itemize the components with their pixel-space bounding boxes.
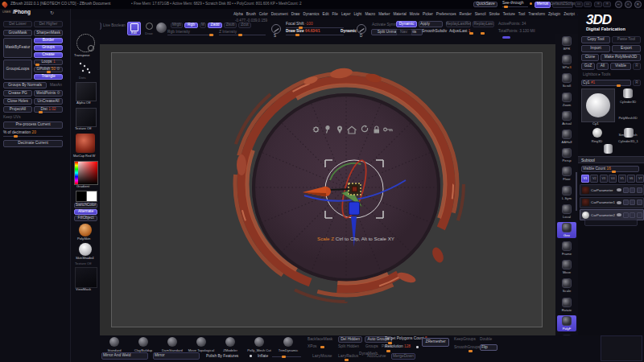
fill-object-button[interactable]: FillObject: [74, 216, 97, 221]
split-hidden-label[interactable]: Split Hidden: [338, 345, 359, 349]
menu-item[interactable]: Render: [460, 12, 472, 16]
viewmask-thumbnail[interactable]: [75, 267, 97, 288]
menu-item[interactable]: Alpha: [233, 12, 243, 16]
visibility-toggle[interactable]: V4: [609, 175, 617, 183]
eye-icon[interactable]: [617, 201, 621, 204]
del-lower-button[interactable]: Del Lower: [3, 21, 32, 27]
subtool-header[interactable]: Subtool: [578, 156, 644, 163]
visibility-toggle[interactable]: V2: [590, 175, 598, 183]
restore-button[interactable]: ▫: [625, 1, 632, 8]
right-shelf-item[interactable]: AAHalf: [557, 129, 576, 145]
more-icon[interactable]: [637, 212, 642, 218]
make-polymesh-button[interactable]: Make PolyMesh3D: [601, 54, 641, 61]
menu-item[interactable]: Tool: [518, 12, 525, 16]
mask-by-feature-button[interactable]: MaskByFeatur: [3, 38, 32, 58]
menu-item[interactable]: Brush: [246, 12, 256, 16]
m-button[interactable]: M: [200, 23, 206, 28]
smooth-groups-label[interactable]: SmoothGroups: [454, 346, 480, 350]
color-picker[interactable]: [74, 161, 98, 185]
replay-last-rel-button[interactable]: ReplayLastRel: [446, 21, 471, 27]
menu-item[interactable]: File: [332, 12, 338, 16]
inflate-slider[interactable]: [272, 356, 301, 357]
smooth-groups-handle[interactable]: [469, 350, 473, 352]
polyskin-material-icon[interactable]: [79, 224, 92, 237]
xpos-handle[interactable]: [320, 346, 324, 348]
decimate-current-button[interactable]: Decimate Current: [3, 140, 63, 147]
dist-handle[interactable]: [39, 111, 43, 113]
hand-cursor-icon[interactable]: ✳: [594, 2, 602, 7]
decimation-label[interactable]: % of decimation 20: [3, 131, 36, 135]
canvas[interactable]: Scale Z Ctrl to Clip, Alt to Scale XY: [100, 44, 555, 335]
import-button[interactable]: Import: [581, 45, 610, 52]
menu-item[interactable]: Stroke: [489, 12, 499, 16]
menu-item[interactable]: Macro: [365, 12, 375, 16]
groups-label[interactable]: Groups: [365, 345, 378, 349]
visibility-toggle[interactable]: V5: [618, 175, 626, 183]
rgb-intensity-handle[interactable]: [209, 34, 213, 36]
visibility-toggle[interactable]: V7: [636, 175, 644, 183]
menu-item[interactable]: Preferences: [436, 12, 456, 16]
shelf-scrollbar[interactable]: [576, 172, 577, 211]
merge-down-button[interactable]: MergeDown: [391, 353, 415, 360]
del-higher-button[interactable]: Del Higher: [34, 21, 63, 27]
edit-button[interactable]: Edit: [127, 22, 141, 35]
right-shelf-item[interactable]: Frame: [557, 241, 576, 257]
draw-size-handle[interactable]: [295, 34, 299, 36]
right-shelf-item[interactable]: Scroll: [557, 72, 576, 88]
mrgb-button[interactable]: Mrgb: [171, 23, 183, 28]
uncrease-all-button[interactable]: UnCreaseAll: [34, 98, 63, 105]
lazyradius-label[interactable]: LazyRadius: [338, 355, 358, 359]
tool-item[interactable]: Ring3D: [584, 128, 610, 143]
texture-thumbnail[interactable]: [76, 108, 97, 127]
border-button[interactable]: Border: [34, 38, 63, 43]
menu-item[interactable]: Transform: [528, 12, 545, 16]
goz-button[interactable]: GoZ: [581, 63, 595, 70]
tool-thumbnail[interactable]: [604, 144, 613, 154]
eye-icon[interactable]: [617, 188, 621, 191]
visible-button[interactable]: Visible: [610, 63, 631, 70]
dynamic-button[interactable]: Dynamic: [396, 21, 417, 27]
right-shelf-item[interactable]: Local: [557, 204, 576, 220]
draw-mode-button[interactable]: Draw: [142, 22, 155, 35]
alternate-button[interactable]: Alternate: [74, 209, 97, 215]
xpos-label[interactable]: XPos: [308, 345, 316, 349]
sculpt-icon[interactable]: [630, 200, 635, 205]
inflate-label[interactable]: Inflate: [258, 355, 268, 359]
adjust-last-handle2[interactable]: [481, 32, 485, 35]
menu-item[interactable]: Texture: [503, 12, 515, 16]
flip-button[interactable]: Flip: [480, 344, 497, 351]
subtool-row[interactable]: CarParameter: [580, 184, 644, 195]
current-tool-handle[interactable]: [617, 84, 621, 87]
zsub-button[interactable]: Zsub: [224, 23, 237, 28]
brush-item[interactable]: Polly_Mesh Cut: [245, 337, 274, 352]
right-shelf-item[interactable]: L.Sym: [557, 185, 576, 201]
paint-icon[interactable]: [623, 212, 629, 218]
adjust-last-label[interactable]: AdjustLast 1: [449, 30, 470, 34]
loops-handle[interactable]: [35, 64, 39, 66]
max-angle-label[interactable]: MaxAn: [50, 84, 62, 88]
lazyradius-handle[interactable]: [345, 359, 349, 361]
menu-item[interactable]: Dynamics: [303, 12, 319, 16]
weld-points-button[interactable]: WeldPoints ⚙: [34, 90, 63, 97]
r-button[interactable]: R: [633, 63, 641, 70]
paint-icon[interactable]: [623, 200, 629, 205]
z-intensity-slider[interactable]: [219, 35, 266, 35]
menu-item[interactable]: Document: [271, 12, 288, 16]
triangle-button[interactable]: Triangle: [34, 74, 63, 80]
zremesher-button[interactable]: ZRemesher: [422, 338, 449, 347]
grow-mask-button[interactable]: GrowMask: [3, 30, 32, 36]
paint-icon[interactable]: [623, 187, 629, 193]
secondary-color-swatch[interactable]: [86, 191, 97, 202]
main-color-swatch[interactable]: [76, 191, 87, 202]
brush-item[interactable]: TrimDynamic: [274, 337, 303, 352]
stroke-s-icon[interactable]: [271, 24, 281, 34]
stroke-dots-icon[interactable]: [78, 61, 93, 74]
more-icon[interactable]: [637, 187, 642, 193]
brush-item[interactable]: Move Topological: [187, 337, 216, 352]
tool-item[interactable]: Cylinder3D_1: [616, 128, 642, 143]
r-button2[interactable]: R: [633, 80, 641, 86]
active-tool-thumbnail[interactable]: [581, 88, 615, 122]
material-thumbnail[interactable]: [76, 134, 95, 153]
gpolish-handle[interactable]: [47, 71, 51, 73]
monitor2-icon[interactable]: ▭: [584, 2, 592, 7]
